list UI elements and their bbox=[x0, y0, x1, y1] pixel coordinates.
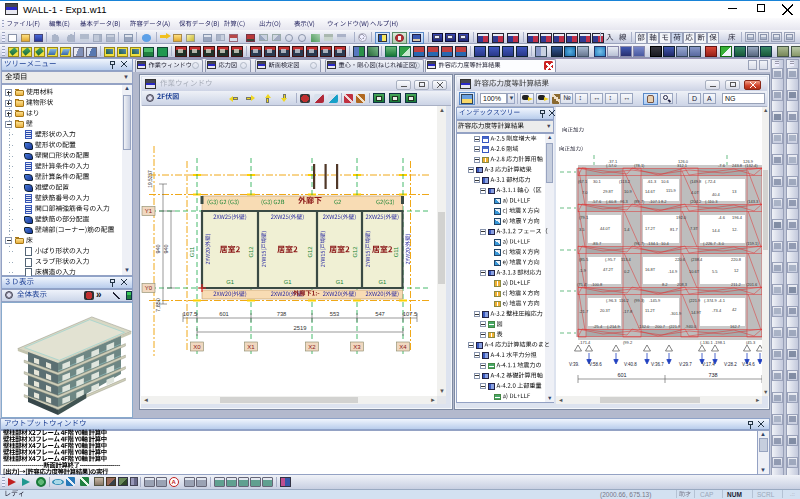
svg-text:12: 12 bbox=[734, 268, 739, 273]
svg-text:8.2: 8.2 bbox=[661, 199, 667, 204]
svg-text:-198.1: -198.1 bbox=[714, 340, 726, 345]
svg-text:7.0: 7.0 bbox=[582, 190, 588, 195]
svg-text:116.2: 116.2 bbox=[619, 298, 629, 303]
svg-text:V:17.4: V:17.4 bbox=[702, 362, 715, 367]
svg-text:10.6T: 10.6T bbox=[689, 269, 700, 274]
svg-text:243.8: 243.8 bbox=[732, 163, 743, 168]
svg-text:-142.0: -142.0 bbox=[638, 324, 650, 329]
svg-text:X3: X3 bbox=[353, 344, 361, 350]
svg-text:-940.0: -940.0 bbox=[685, 324, 697, 329]
svg-text:-21.7: -21.7 bbox=[579, 309, 589, 314]
svg-text:-25.4: -25.4 bbox=[593, 324, 603, 329]
svg-text:(-110.3: (-110.3 bbox=[705, 199, 718, 204]
svg-text:G12: G12 bbox=[352, 247, 358, 258]
svg-text:192.0: 192.0 bbox=[676, 215, 687, 220]
svg-text:42: 42 bbox=[732, 307, 737, 312]
svg-text:(79.1: (79.1 bbox=[579, 215, 589, 220]
svg-text:107.5: 107.5 bbox=[183, 311, 198, 317]
svg-text:V:58.6: V:58.6 bbox=[589, 362, 602, 367]
svg-text:V:28.2: V:28.2 bbox=[724, 362, 737, 367]
svg-text:(221.9: (221.9 bbox=[689, 298, 701, 303]
svg-text:V:14.6: V:14.6 bbox=[742, 362, 755, 367]
svg-text:Y0: Y0 bbox=[145, 285, 153, 291]
svg-text:G11: G11 bbox=[393, 247, 399, 258]
svg-text:601: 601 bbox=[617, 372, 626, 378]
svg-text:(99.2: (99.2 bbox=[623, 340, 633, 345]
svg-text:2519: 2519 bbox=[294, 325, 307, 331]
svg-text:(-96.3: (-96.3 bbox=[606, 298, 617, 303]
svg-text:208.3: 208.3 bbox=[677, 282, 688, 287]
svg-text:81.7: 81.7 bbox=[670, 227, 679, 232]
svg-text:-73.4: -73.4 bbox=[712, 308, 722, 313]
svg-text:11.2T: 11.2T bbox=[645, 308, 655, 313]
svg-text:5.5: 5.5 bbox=[712, 269, 718, 274]
svg-text:(-226.7: (-226.7 bbox=[703, 241, 716, 246]
svg-text:(-374.9: (-374.9 bbox=[704, 298, 717, 303]
svg-text:14.4: 14.4 bbox=[712, 228, 721, 233]
svg-text:(67.1: (67.1 bbox=[578, 179, 588, 184]
svg-text:(221.9: (221.9 bbox=[669, 324, 681, 329]
svg-text:(-72.4: (-72.4 bbox=[705, 179, 716, 184]
svg-text:44.0T: 44.0T bbox=[600, 226, 611, 231]
svg-text:V:29.7: V:29.7 bbox=[679, 362, 692, 367]
svg-text:211.2: 211.2 bbox=[731, 282, 741, 287]
svg-text:196.4: 196.4 bbox=[732, 215, 743, 220]
svg-text:601: 601 bbox=[219, 311, 229, 317]
svg-text:40.4: 40.4 bbox=[712, 192, 721, 197]
svg-text:107.5: 107.5 bbox=[403, 311, 418, 317]
svg-text:G11: G11 bbox=[189, 247, 195, 258]
svg-text:X0: X0 bbox=[193, 344, 201, 350]
svg-text:-134.1: -134.1 bbox=[647, 241, 659, 246]
svg-text:(75.4): (75.4) bbox=[577, 282, 588, 287]
svg-text:96.3: 96.3 bbox=[620, 199, 629, 204]
svg-text:(-214.9: (-214.9 bbox=[607, 324, 620, 329]
svg-text:(85.5: (85.5 bbox=[579, 257, 589, 262]
svg-text:115.9: 115.9 bbox=[666, 188, 676, 193]
svg-text:-107.1: -107.1 bbox=[649, 199, 661, 204]
svg-text:G1: G1 bbox=[378, 279, 386, 285]
svg-text:(143.3: (143.3 bbox=[747, 199, 759, 204]
svg-text:-3.0: -3.0 bbox=[717, 241, 725, 246]
svg-text:14.6T: 14.6T bbox=[645, 189, 656, 194]
svg-text:7.3T: 7.3T bbox=[690, 226, 699, 231]
svg-text:(78.1): (78.1) bbox=[634, 163, 645, 168]
svg-text:738: 738 bbox=[708, 372, 717, 378]
svg-text:G12: G12 bbox=[307, 247, 313, 258]
svg-text:19,5237: 19,5237 bbox=[148, 170, 153, 188]
svg-text:547: 547 bbox=[375, 311, 385, 317]
svg-text:162.7: 162.7 bbox=[730, 324, 741, 329]
svg-text:X1: X1 bbox=[247, 344, 255, 350]
svg-text:-1.9: -1.9 bbox=[579, 268, 587, 273]
svg-text:30.1: 30.1 bbox=[593, 179, 602, 184]
svg-text:29.8T: 29.8T bbox=[603, 189, 614, 194]
svg-text:14.9T: 14.9T bbox=[691, 310, 702, 315]
svg-text:(159.1): (159.1) bbox=[746, 241, 759, 246]
svg-text:G1: G1 bbox=[336, 279, 344, 285]
svg-text:-83.7: -83.7 bbox=[592, 241, 602, 246]
svg-text:17.2T: 17.2T bbox=[645, 226, 656, 231]
svg-text:(113.2: (113.2 bbox=[619, 179, 631, 184]
svg-text:10.9: 10.9 bbox=[624, 189, 633, 194]
svg-text:V:36.7: V:36.7 bbox=[651, 362, 664, 367]
svg-text:10.6: 10.6 bbox=[661, 179, 670, 184]
svg-text:(89.7): (89.7) bbox=[634, 199, 645, 204]
svg-text:738: 738 bbox=[277, 311, 287, 317]
svg-text:220.6: 220.6 bbox=[675, 257, 686, 262]
svg-text:-7.6: -7.6 bbox=[718, 163, 726, 168]
svg-text:553: 553 bbox=[330, 311, 340, 317]
svg-text:(45.3: (45.3 bbox=[746, 340, 756, 345]
svg-text:G12: G12 bbox=[248, 247, 254, 258]
svg-text:X2: X2 bbox=[308, 344, 316, 350]
svg-text:940: 940 bbox=[155, 244, 161, 253]
svg-text:12.: 12. bbox=[732, 227, 738, 232]
svg-text:13: 13 bbox=[732, 189, 737, 194]
svg-text:(-95.7: (-95.7 bbox=[605, 257, 616, 262]
svg-text:(-60.8: (-60.8 bbox=[606, 199, 617, 204]
svg-text:940: 940 bbox=[163, 244, 169, 253]
svg-text:47.2T: 47.2T bbox=[603, 267, 614, 272]
svg-text:10.4: 10.4 bbox=[661, 241, 670, 246]
svg-text:V:39.: V:39. bbox=[569, 362, 579, 367]
svg-text:-4.1: -4.1 bbox=[718, 298, 726, 303]
svg-text:-37.1: -37.1 bbox=[608, 159, 618, 164]
svg-text:(99.3): (99.3) bbox=[634, 298, 645, 303]
